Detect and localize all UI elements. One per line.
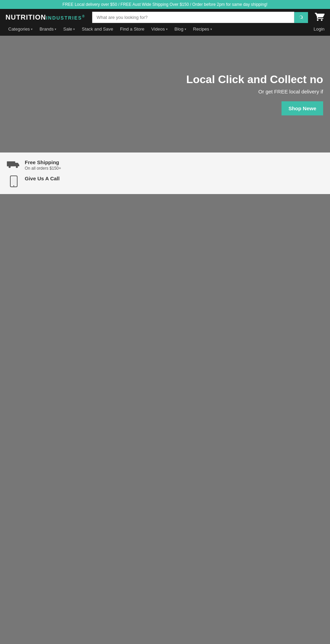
- chevron-down-icon: ▾: [166, 27, 168, 31]
- search-icon: [298, 15, 304, 20]
- hero-content: Local Click and Collect no Or get FREE l…: [186, 66, 330, 122]
- search-wrapper: [92, 12, 308, 23]
- hero-shop-button[interactable]: Shop Newe: [282, 101, 323, 115]
- truck-icon: [7, 159, 21, 169]
- cart-button[interactable]: [315, 12, 324, 23]
- feature-call-text: Give Us A Call: [25, 176, 59, 182]
- hero-title: Local Click and Collect no: [186, 73, 323, 86]
- nav-find-a-store[interactable]: Find a Store: [117, 25, 147, 33]
- hero-subtitle: Or get FREE local delivery if: [186, 89, 323, 94]
- main-nav: Categories ▾ Brands ▾ Sale ▾ Stack and S…: [6, 25, 324, 33]
- hero-section: Local Click and Collect no Or get FREE l…: [0, 36, 330, 152]
- logo-nutrition: NUTRITION: [6, 13, 46, 21]
- feature-call: Give Us A Call: [7, 176, 323, 187]
- svg-point-6: [13, 185, 14, 187]
- feature-shipping-subtitle: On all orders $150+: [25, 166, 61, 171]
- content-area: [0, 194, 330, 606]
- feature-shipping-title: Free Shipping: [25, 159, 61, 165]
- chevron-down-icon: ▾: [55, 27, 56, 31]
- top-banner: FREE Local delivery over $50 / FREE Aust…: [0, 0, 330, 9]
- feature-call-title: Give Us A Call: [25, 176, 59, 181]
- phone-icon: [7, 176, 21, 187]
- search-input[interactable]: [92, 12, 294, 23]
- search-cart-row: [92, 12, 324, 23]
- login-button[interactable]: Login: [314, 26, 324, 32]
- nav-stack-and-save[interactable]: Stack and Save: [79, 25, 116, 33]
- nav-recipes[interactable]: Recipes ▾: [190, 25, 215, 33]
- top-banner-text: FREE Local delivery over $50 / FREE Aust…: [63, 2, 267, 7]
- svg-rect-0: [7, 161, 15, 166]
- chevron-down-icon: ▾: [73, 27, 75, 31]
- header-top-row: NUTRITION INDUSTRIES®: [6, 12, 324, 23]
- features-section: Free Shipping On all orders $150+ Give U…: [0, 152, 330, 194]
- chevron-down-icon: ▾: [210, 27, 212, 31]
- svg-point-2: [16, 166, 18, 168]
- svg-rect-5: [11, 177, 16, 185]
- logo-industries: INDUSTRIES®: [46, 14, 85, 21]
- chevron-down-icon: ▾: [185, 27, 186, 31]
- site-header: NUTRITION INDUSTRIES®: [0, 9, 330, 36]
- nav-videos[interactable]: Videos ▾: [148, 25, 170, 33]
- search-button[interactable]: [294, 12, 308, 23]
- feature-free-shipping: Free Shipping On all orders $150+: [7, 159, 323, 171]
- cart-icon: [315, 12, 324, 22]
- nav-blog[interactable]: Blog ▾: [172, 25, 189, 33]
- nav-brands[interactable]: Brands ▾: [37, 25, 59, 33]
- nav-sale[interactable]: Sale ▾: [60, 25, 78, 33]
- nav-categories[interactable]: Categories ▾: [6, 25, 35, 33]
- feature-shipping-text: Free Shipping On all orders $150+: [25, 159, 61, 171]
- site-logo[interactable]: NUTRITION INDUSTRIES®: [6, 13, 85, 21]
- chevron-down-icon: ▾: [31, 27, 33, 31]
